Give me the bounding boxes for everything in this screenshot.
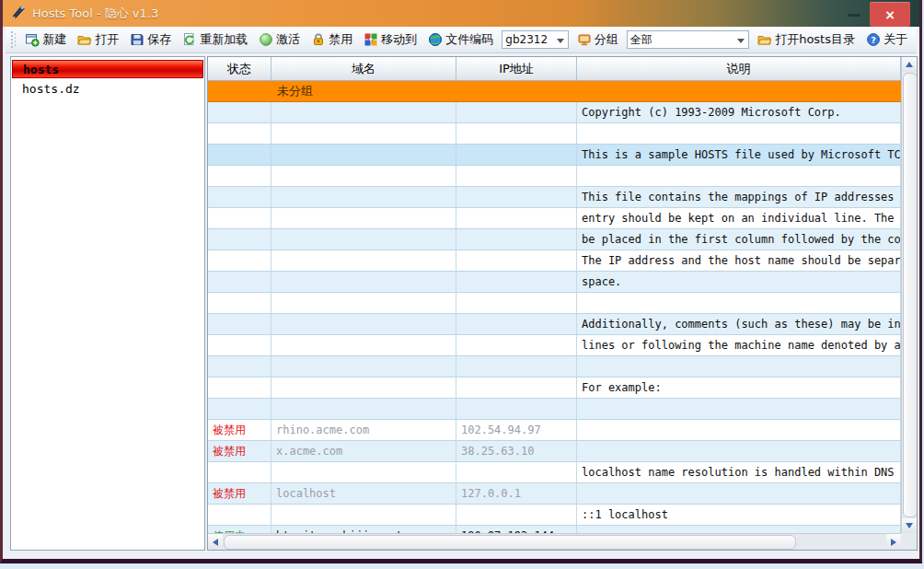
table-row[interactable]: space. xyxy=(208,272,901,293)
open-hosts-dir-button[interactable]: 打开hosts目录 xyxy=(754,29,859,51)
table-row[interactable] xyxy=(208,166,901,187)
table-row[interactable] xyxy=(208,293,901,314)
new-button[interactable]: 新建 xyxy=(21,29,70,51)
cell-desc xyxy=(577,399,901,419)
save-button[interactable]: 保存 xyxy=(126,29,175,51)
save-icon xyxy=(130,32,144,47)
cell-ip xyxy=(456,145,577,165)
column-header-description[interactable]: 说明 xyxy=(577,57,901,80)
reload-button[interactable]: 重新加载 xyxy=(179,29,251,51)
table-row[interactable]: 被禁用rhino.acme.com102.54.94.97 xyxy=(208,420,901,441)
vertical-scrollbar[interactable] xyxy=(901,57,917,533)
cell-status xyxy=(208,462,271,482)
table-row[interactable]: 被禁用localhost127.0.0.1 xyxy=(208,483,901,505)
scroll-up-button[interactable] xyxy=(902,57,917,72)
file-encoding-button[interactable]: 文件编码 xyxy=(424,29,497,51)
table-row[interactable]: This is a sample HOSTS file used by Micr… xyxy=(208,145,901,166)
sidebar-item-hosts[interactable]: hosts xyxy=(12,60,203,78)
table-row[interactable] xyxy=(208,399,901,420)
minimize-button[interactable] xyxy=(848,14,860,17)
cell-status xyxy=(208,505,271,525)
horizontal-scroll-thumb[interactable] xyxy=(224,535,796,550)
activate-button[interactable]: 激活 xyxy=(255,29,304,51)
column-header-ip[interactable]: IP地址 xyxy=(456,57,577,80)
table-row[interactable]: Additionally, comments (such as these) m… xyxy=(208,314,901,335)
new-file-icon xyxy=(25,32,40,47)
cell-status xyxy=(208,314,271,334)
move-to-button-label: 移动到 xyxy=(381,31,417,48)
table-row[interactable]: entry should be kept on an individual li… xyxy=(208,208,901,229)
group-header-row[interactable]: 未分组 xyxy=(208,81,901,102)
table-row[interactable]: ::1 localhost xyxy=(208,505,901,526)
cell-status xyxy=(208,229,271,250)
scroll-down-button[interactable] xyxy=(902,518,917,533)
globe-icon xyxy=(428,32,443,47)
open-button[interactable]: 打开 xyxy=(74,29,122,51)
cell-desc: This file contains the mappings of IP ad… xyxy=(577,187,901,207)
open-hosts-dir-label: 打开hosts目录 xyxy=(775,31,855,48)
cell-ip xyxy=(456,335,577,355)
svg-text:?: ? xyxy=(871,36,875,45)
cell-desc: space. xyxy=(577,272,901,292)
chevron-down-icon xyxy=(737,39,745,43)
reload-button-label: 重新加载 xyxy=(200,31,248,48)
cell-ip xyxy=(456,166,577,186)
table-row[interactable]: For example: xyxy=(208,377,901,399)
about-button-label: 关于 xyxy=(884,31,907,48)
disable-button[interactable]: 禁用 xyxy=(307,29,356,51)
move-to-button[interactable]: 移动到 xyxy=(360,29,421,51)
scroll-right-button[interactable] xyxy=(886,534,901,550)
table-row[interactable]: localhost name resolution is handled wit… xyxy=(208,462,901,483)
horizontal-scrollbar[interactable] xyxy=(208,533,901,550)
reload-icon xyxy=(182,32,197,47)
cell-desc xyxy=(577,356,901,377)
cell-ip xyxy=(456,356,577,377)
table-row[interactable]: 被禁用x.acme.com38.25.63.10 xyxy=(208,441,901,462)
cell-domain xyxy=(271,462,456,482)
group-button[interactable]: 分组 xyxy=(573,29,622,51)
table-row[interactable] xyxy=(208,123,901,145)
cell-status: 被禁用 xyxy=(208,441,271,461)
table-row[interactable]: lines or following the machine name deno… xyxy=(208,335,901,356)
scrollbar-corner xyxy=(901,533,917,550)
close-button[interactable]: × xyxy=(870,2,910,27)
main-content: hosts hosts.dz 状态 域名 IP地址 说明 未分组 Copyrig… xyxy=(6,53,917,554)
cell-domain xyxy=(271,272,456,292)
scroll-left-button[interactable] xyxy=(208,534,223,550)
cell-domain xyxy=(271,250,456,271)
table-row[interactable]: Copyright (c) 1993-2009 Microsoft Corp. xyxy=(208,102,901,123)
hosts-table: 状态 域名 IP地址 说明 未分组 Copyright (c) 1993-200… xyxy=(207,56,918,551)
cell-ip: 127.0.0.1 xyxy=(456,483,577,504)
hosts-file-list: hosts hosts.dz xyxy=(10,56,205,551)
column-header-domain[interactable]: 域名 xyxy=(271,57,456,80)
cell-desc xyxy=(577,526,901,533)
cell-domain xyxy=(271,123,456,144)
group-header-label: 未分组 xyxy=(277,83,313,99)
table-row[interactable]: 使用中ht.xitongzhijia.net180.97.193.144 xyxy=(208,526,901,533)
toolbar-grip-handle[interactable] xyxy=(11,31,16,48)
group-select[interactable]: 全部 xyxy=(627,30,750,49)
cell-domain xyxy=(271,229,456,250)
table-row[interactable]: be placed in the first column followed b… xyxy=(208,229,901,250)
table-row[interactable]: This file contains the mappings of IP ad… xyxy=(208,187,901,208)
vertical-scroll-thumb[interactable] xyxy=(903,73,918,517)
cell-domain: localhost xyxy=(271,483,456,504)
title-bar[interactable]: Hosts Tool - 隐心 v1.3 × xyxy=(3,0,919,27)
open-button-label: 打开 xyxy=(95,31,119,48)
window-title: Hosts Tool - 隐心 v1.3 xyxy=(32,6,158,22)
encoding-select[interactable]: gb2312 xyxy=(502,30,568,49)
cell-status xyxy=(208,335,271,355)
table-rows: Copyright (c) 1993-2009 Microsoft Corp.T… xyxy=(208,102,901,533)
cell-desc: Additionally, comments (such as these) m… xyxy=(577,314,901,334)
cell-domain xyxy=(271,505,456,525)
table-row[interactable]: The IP address and the host name should … xyxy=(208,250,901,272)
triangle-left-icon xyxy=(213,539,218,546)
app-window: Hosts Tool - 隐心 v1.3 × 新建 xyxy=(0,0,924,569)
sidebar-item-hosts-dz[interactable]: hosts.dz xyxy=(12,80,203,99)
cell-ip xyxy=(456,229,577,250)
about-button[interactable]: ? 关于 xyxy=(862,29,911,51)
table-row[interactable] xyxy=(208,356,901,377)
open-folder-icon xyxy=(757,32,772,47)
column-header-status[interactable]: 状态 xyxy=(208,57,271,80)
cell-status xyxy=(208,187,271,207)
